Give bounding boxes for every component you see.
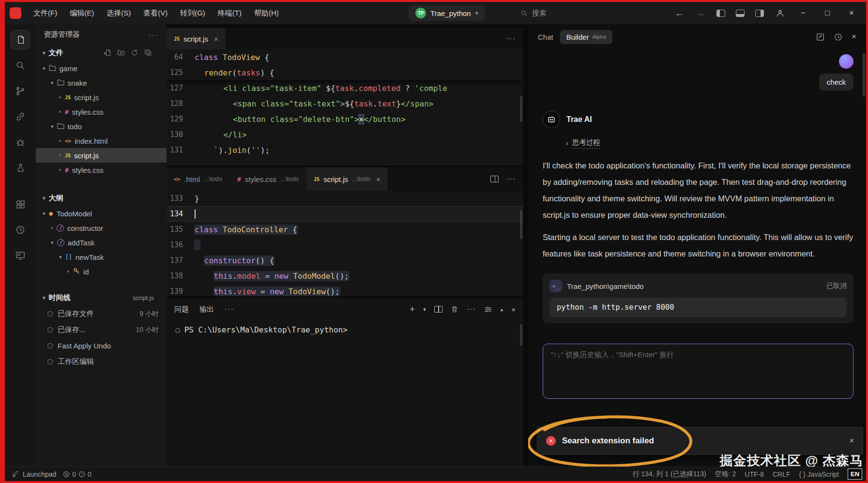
panel-maximize-icon[interactable]: ▴: [501, 306, 503, 313]
timeline-item[interactable]: 已保存...10 小时: [36, 322, 167, 338]
panel-divider[interactable]: [523, 24, 528, 467]
editor-more-icon[interactable]: ···: [506, 175, 516, 183]
menu-item[interactable]: 选择(S): [100, 2, 137, 24]
menu-item[interactable]: 转到(G): [174, 2, 212, 24]
filter-sliders-icon[interactable]: [484, 305, 492, 314]
menu-item[interactable]: 终端(T): [212, 2, 248, 24]
trash-icon[interactable]: [451, 305, 458, 313]
activity-bar: [5, 24, 36, 467]
editor-more-icon[interactable]: ···: [506, 34, 516, 43]
panel-more-icon[interactable]: ···: [467, 305, 476, 314]
project-switcher[interactable]: TP Trae_python ▾: [409, 5, 485, 21]
tab-styles.css[interactable]: #styles.css...\todo: [230, 167, 306, 191]
outline-item-constructor[interactable]: fconstructor: [36, 221, 167, 235]
panel-close-icon[interactable]: ×: [511, 305, 516, 314]
collapse-all-icon[interactable]: [144, 49, 152, 57]
nav-back-icon[interactable]: ←: [670, 8, 688, 18]
code-editor-top[interactable]: 64class TodoView {125render(tasks) { 127…: [167, 49, 523, 166]
outline-item-newTask[interactable]: ▾[]newTask: [36, 250, 167, 264]
outline-item-TodoModel[interactable]: ▾◆TodoModel: [36, 206, 167, 221]
global-search[interactable]: 搜索: [520, 9, 547, 18]
file-styles.css[interactable]: #styles.css: [36, 163, 167, 177]
menu-item[interactable]: 编辑(E): [63, 2, 100, 24]
indentation[interactable]: 空格: 2: [715, 470, 736, 479]
chat-close-icon[interactable]: ×: [852, 32, 856, 42]
minimize-button[interactable]: −: [792, 9, 814, 17]
encoding[interactable]: UTF-8: [745, 470, 764, 478]
cursor-position[interactable]: 行 134, 列 1 (已选择113): [632, 470, 706, 479]
remote-explorer-icon[interactable]: [9, 106, 32, 127]
scrollbar[interactable]: [520, 324, 522, 346]
scrollbar[interactable]: [863, 53, 865, 97]
scrollbar[interactable]: [520, 96, 522, 122]
outline-item-id[interactable]: id: [36, 264, 167, 279]
chat-history-icon[interactable]: [834, 32, 843, 42]
extensions-icon[interactable]: [9, 194, 32, 215]
explorer-icon[interactable]: [9, 29, 32, 50]
history-icon[interactable]: [9, 219, 32, 241]
toggle-panel-icon[interactable]: [736, 10, 745, 17]
search-sidebar-icon[interactable]: [9, 55, 32, 76]
menu-item[interactable]: 查看(V): [137, 2, 174, 24]
explorer-more-icon[interactable]: ···: [149, 30, 159, 39]
maximize-button[interactable]: □: [817, 9, 838, 17]
file-script.js[interactable]: JSscript.js: [36, 90, 167, 105]
new-folder-icon[interactable]: [117, 49, 125, 57]
tab-builder[interactable]: Builder Alpha: [560, 30, 612, 44]
tab-output[interactable]: 输出: [199, 305, 214, 314]
tab-script.js[interactable]: JSscript.js...\todo×: [306, 167, 388, 191]
file-styles.css[interactable]: #styles.css: [36, 105, 167, 119]
problems-status[interactable]: 0 0: [63, 470, 91, 478]
tab-chat[interactable]: Chat: [538, 33, 553, 41]
file-index.html[interactable]: <>index.html: [36, 134, 167, 148]
testing-icon[interactable]: [9, 157, 32, 179]
files-section-header[interactable]: ▾ 文件: [36, 45, 167, 61]
split-editor-icon[interactable]: [490, 176, 499, 182]
scrollbar[interactable]: [520, 210, 522, 239]
menu-item[interactable]: 文件(F): [27, 2, 63, 24]
tab-.html[interactable]: <>.html...\todo: [167, 167, 230, 191]
refresh-icon[interactable]: [131, 49, 138, 57]
menu-item[interactable]: 帮助(H): [248, 2, 285, 24]
panel-more-tabs-icon[interactable]: ···: [225, 305, 234, 314]
folder-game[interactable]: ▾game: [36, 61, 167, 75]
account-icon[interactable]: [776, 9, 785, 18]
thinking-toggle[interactable]: › 思考过程: [566, 138, 853, 149]
modified-dot: [59, 169, 61, 171]
outline-item-addTask[interactable]: ▾faddTask: [36, 235, 167, 250]
language-mode[interactable]: { } JavaScript: [799, 470, 839, 478]
folder-snake[interactable]: ▾snake: [36, 75, 167, 90]
eol-sequence[interactable]: CRLF: [773, 470, 791, 478]
file-script.js[interactable]: JSscript.js: [36, 148, 167, 163]
terminal[interactable]: ○PS C:\Users\Ma\Desktop\Trae_python>: [167, 320, 523, 467]
tab-problems[interactable]: 问题: [174, 305, 189, 314]
code-editor-bottom[interactable]: 133}134135class TodoController {136137co…: [167, 191, 523, 296]
toggle-sidebar-icon[interactable]: [716, 10, 725, 17]
close-tab-icon[interactable]: ×: [214, 35, 218, 43]
toggle-secondary-sidebar-icon[interactable]: [755, 10, 764, 17]
split-terminal-icon[interactable]: [434, 306, 442, 313]
app-logo[interactable]: [10, 7, 21, 19]
new-terminal-icon[interactable]: +: [410, 304, 415, 315]
close-button[interactable]: ×: [841, 9, 862, 17]
notification-toast[interactable]: ✕ Search extension failed ×: [537, 427, 863, 455]
timeline-item[interactable]: 已保存文件9 小时: [36, 306, 167, 322]
debug-icon[interactable]: [9, 132, 32, 153]
timeline-item[interactable]: 工作区编辑: [36, 354, 167, 370]
close-tab-icon[interactable]: ×: [376, 175, 381, 183]
folder-todo[interactable]: ▾todo: [36, 119, 167, 134]
new-chat-icon[interactable]: [816, 32, 825, 42]
tab-scriptjs[interactable]: JS script.js ×: [167, 28, 226, 49]
terminal-dropdown-icon[interactable]: ▾: [423, 306, 426, 313]
screencast-icon[interactable]: [9, 245, 32, 266]
timeline-item[interactable]: Fast Apply Undo: [36, 338, 167, 354]
launchpad-button[interactable]: Launchpad: [12, 470, 56, 478]
new-file-icon[interactable]: [104, 49, 111, 57]
chevron-down-icon: ▾: [43, 295, 46, 301]
chat-input[interactable]: "↑↓" 切换历史输入，"Shift+Enter" 换行: [543, 344, 853, 399]
timeline-section-header[interactable]: ▾ 时间线 script.js: [36, 289, 167, 306]
source-control-icon[interactable]: [9, 80, 32, 102]
outline-section-header[interactable]: ▾ 大纲: [36, 190, 167, 206]
toast-close-icon[interactable]: ×: [850, 437, 854, 445]
nav-forward-icon[interactable]: →: [691, 8, 710, 18]
